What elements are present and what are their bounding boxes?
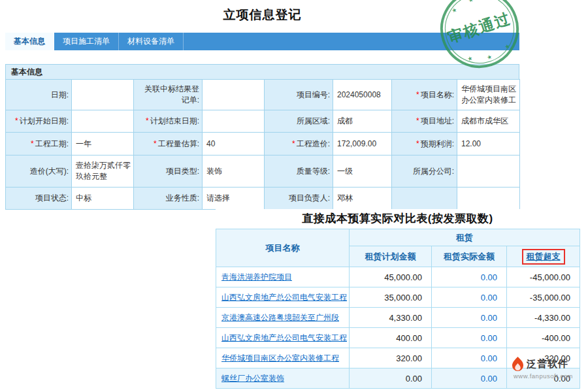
required-asterisk: * [31,139,34,148]
field-label-text: 所属区域: [297,116,330,125]
lease-actual-amount[interactable]: 0.00 [432,287,507,308]
lease-overspend-amount: -4,330.00 [507,308,580,328]
field-label-duration: *工程工期: [6,133,72,155]
field-label-empty [392,188,457,210]
field-label-date: 日期: [6,80,72,110]
field-label-quantity-estimate: *工程量估算: [134,133,203,155]
lease-overspend-amount: -35,000.00 [507,287,580,308]
table-row: 山西弘文房地产总公司电气安装工程 35,000.00 0.00 -35,000.… [216,287,580,308]
lease-actual-amount[interactable]: 0.00 [432,348,507,368]
fanpu-logo-row: 泛普软件 [512,357,585,372]
vendor-name: 泛普软件 [527,358,568,370]
tab-bar: 基本信息 项目施工清单 材料设备清单 [5,33,519,50]
project-link[interactable]: 青海洪湖养护院项目 [221,272,292,282]
lease-plan-amount: 0.00 [350,368,432,389]
column-header-project-name: 项目名称 [216,229,350,267]
lease-overspend-highlight[interactable]: 租赁超支 [522,249,565,265]
field-value-project-address: 成都市成华区 [457,110,520,133]
lease-plan-amount: 4,330.00 [350,308,432,328]
field-label-text: 关联中标结果登记单: [144,84,199,105]
lease-plan-amount: 320.00 [350,348,432,368]
field-label-project-type: 项目类型: [134,155,203,188]
table-row: 山西弘文房地产总公司电气安装工程 400.00 0.00 -400.00 [216,328,580,348]
field-label-related-bid-result: 关联中标结果登记单: [134,80,203,110]
field-value-project-number: 2024050008 [333,80,392,110]
field-label-project-manager: 项目负责人: [265,188,333,210]
page-title: 立项信息登记 [5,7,519,24]
basic-info-form: 日期: 关联中标结果登记单: 项目编号: 2024050008 *项目名称: 华… [5,79,520,210]
field-label-text: 项目编号: [297,90,330,99]
column-group-lease: 租赁 [350,229,580,246]
field-value-project-status: 中标 [72,188,134,210]
field-label-quality-grade: 质量等级: [265,155,333,188]
project-link[interactable]: 华侨城项目南区办公室内装修工程 [221,353,339,363]
field-value-business-nature[interactable]: 请选择 [203,188,265,210]
field-label-text: 工程工期: [35,139,69,148]
field-label-text: 质量等级: [297,167,330,176]
tab-material-equipment-list[interactable]: 材料设备清单 [119,33,184,50]
field-value-quality-grade: 一级 [333,155,392,188]
field-label-plan-end-date: *计划结束日期: [134,110,203,133]
field-label-business-nature: 业务性质: [134,188,203,210]
field-value-project-type: 装饰 [203,155,265,188]
field-label-text: 造价(大写): [30,167,69,176]
required-asterisk: * [146,116,149,125]
field-value-date [72,80,134,110]
field-label-branch-company: 所属分公司: [392,155,457,188]
fanpu-logo: 泛普软件 www.fanpusoft.com [512,357,585,380]
field-value-plan-start-date [72,110,134,133]
field-value-plan-end-date [203,110,265,133]
project-link[interactable]: 山西弘文房地产总公司电气安装工程 [221,333,347,342]
field-value-quantity-estimate: 40 [203,133,265,155]
field-value-expected-profit: 12.00 [457,133,520,155]
field-label-text: 计划结束日期: [150,116,199,125]
lease-actual-amount[interactable]: 0.00 [432,308,507,328]
required-asterisk: * [154,139,157,148]
lease-actual-amount[interactable]: 0.00 [432,328,507,348]
table-row: 京港澳高速公路粤境韶关至广州段 4,330.00 0.00 -4,330.00 [216,308,580,328]
project-name-cell: 山西弘文房地产总公司电气安装工程 [216,328,350,348]
section-header: 基本信息 [5,64,519,80]
field-value-branch-company [457,155,520,188]
project-registration-panel: 立项信息登记 基本信息 项目施工清单 材料设备清单 基本信息 日期: 关联中标结… [5,0,519,210]
required-asterisk: * [292,139,295,148]
field-value-duration: 一年 [72,133,134,155]
lease-plan-amount: 400.00 [350,328,432,348]
tab-basic-info[interactable]: 基本信息 [5,33,54,50]
field-label-text: 日期: [51,90,69,99]
required-asterisk: * [416,139,419,148]
field-label-plan-start-date: *计划开始日期: [6,110,72,133]
field-value-region: 成都 [333,110,392,133]
field-value-empty [457,188,520,210]
field-label-text: 项目名称: [421,90,454,99]
table-row: 青海洪湖养护院项目 45,000.00 0.00 -45,000.00 [216,267,580,287]
project-name-cell: 华侨城项目南区办公室内装修工程 [216,348,350,368]
project-link[interactable]: 螺丝厂办公室装饰 [221,374,284,383]
vendor-url: www.fanpusoft.com [514,372,585,380]
tab-construction-list[interactable]: 项目施工清单 [54,33,119,50]
lease-actual-amount[interactable]: 0.00 [432,368,507,389]
lease-actual-amount[interactable]: 0.00 [432,267,507,287]
field-value-project-manager: 邓林 [333,188,392,210]
project-link[interactable]: 山西弘文房地产总公司电气安装工程 [221,293,347,302]
field-label-project-status: 项目状态: [6,188,72,210]
flame-icon [512,357,524,372]
field-label-text: 工程造价: [297,139,330,148]
basic-info-section: 基本信息 日期: 关联中标结果登记单: 项目编号: 2024050008 *项目… [5,64,519,210]
field-label-cost-in-words: 造价(大写): [6,155,72,188]
column-header-lease-overspend: 租赁超支 [507,246,580,267]
required-asterisk: * [416,90,419,99]
field-label-text: 工程量估算: [158,139,199,148]
field-label-project-name: *项目名称: [392,80,457,110]
project-link[interactable]: 京港澳高速公路粤境韶关至广州段 [221,313,339,322]
lease-overspend-amount: -400.00 [507,328,580,348]
field-label-text: 项目负责人: [289,193,330,203]
required-asterisk: * [416,116,419,125]
required-asterisk: * [15,116,18,125]
project-name-cell: 青海洪湖养护院项目 [216,267,350,287]
field-label-text: 所属分公司: [413,167,454,176]
field-label-text: 项目状态: [35,193,69,203]
field-value-project-cost: 172,009.00 [333,133,392,155]
field-label-text: 业务性质: [166,193,199,203]
field-label-project-number: 项目编号: [265,80,333,110]
